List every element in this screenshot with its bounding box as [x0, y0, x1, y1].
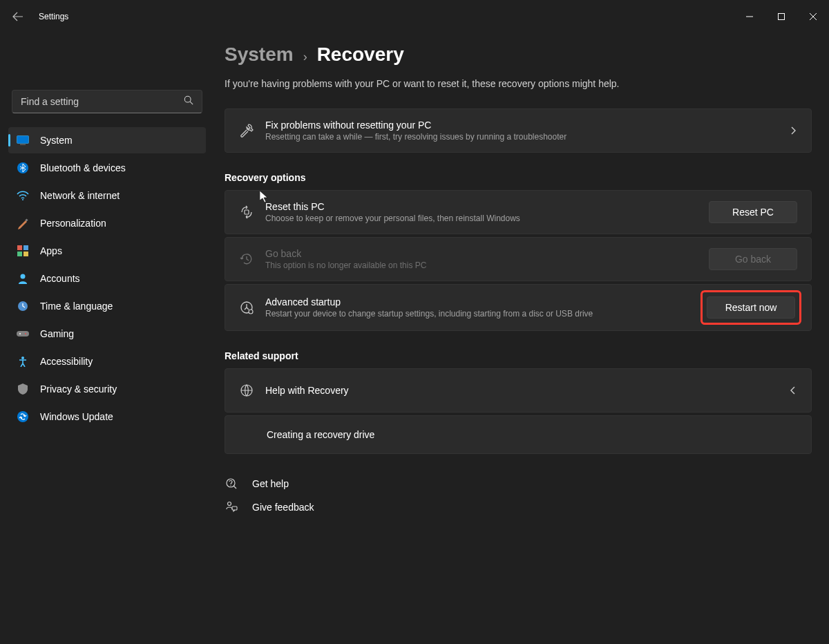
nav-label: Accessibility	[40, 356, 93, 367]
sidebar: System Bluetooth & devices Network & int…	[0, 33, 214, 644]
nav-personalization[interactable]: Personalization	[8, 210, 206, 236]
page-subtitle: If you're having problems with your PC o…	[225, 78, 812, 89]
nav-system[interactable]: System	[8, 127, 206, 153]
svg-point-14	[19, 333, 21, 334]
chevron-up-icon	[789, 386, 797, 395]
svg-rect-7	[17, 245, 22, 250]
nav-accessibility[interactable]: Accessibility	[8, 348, 206, 375]
bluetooth-icon	[17, 162, 29, 174]
accessibility-icon	[17, 355, 29, 368]
privacy-icon	[17, 383, 29, 395]
web-help-icon	[239, 383, 265, 398]
reset-icon	[239, 205, 265, 220]
highlight-annotation: Restart now	[701, 290, 801, 325]
svg-point-5	[22, 199, 23, 200]
nav-label: Network & internet	[40, 190, 120, 201]
nav-list: System Bluetooth & devices Network & int…	[8, 127, 206, 430]
card-desc: This option is no longer available on th…	[265, 261, 709, 270]
search-box[interactable]	[12, 90, 202, 113]
link-label: Give feedback	[252, 502, 314, 513]
svg-point-1	[184, 96, 191, 102]
svg-point-17	[17, 411, 28, 422]
nav-gaming[interactable]: Gaming	[8, 321, 206, 347]
go-back-button: Go back	[709, 248, 797, 270]
nav-bluetooth[interactable]: Bluetooth & devices	[8, 155, 206, 181]
chevron-right-icon	[789, 126, 797, 135]
main-content: System › Recovery If you're having probl…	[214, 33, 829, 644]
svg-point-24	[228, 502, 231, 506]
fix-problems-card[interactable]: Fix problems without resetting your PC R…	[225, 108, 812, 153]
svg-point-11	[21, 274, 26, 279]
personalization-icon	[17, 217, 29, 229]
nav-label: Apps	[40, 245, 62, 256]
nav-update[interactable]: Windows Update	[8, 404, 206, 430]
feedback-link[interactable]: Give feedback	[225, 495, 812, 519]
search-icon	[184, 95, 193, 108]
svg-point-15	[25, 333, 26, 334]
svg-rect-2	[17, 136, 29, 144]
maximize-button[interactable]	[765, 6, 797, 28]
card-desc: Restart your device to change startup se…	[265, 309, 705, 319]
breadcrumb-parent[interactable]: System	[225, 44, 294, 66]
nav-network[interactable]: Network & internet	[8, 182, 206, 209]
card-title: Help with Recovery	[265, 385, 789, 396]
get-help-link[interactable]: Get help	[225, 472, 812, 495]
svg-point-16	[21, 357, 24, 359]
recovery-options-header: Recovery options	[225, 172, 812, 183]
window-controls	[734, 6, 829, 28]
nav-time[interactable]: Time & language	[8, 293, 206, 319]
feedback-icon	[225, 501, 238, 513]
close-icon	[810, 13, 817, 20]
card-desc: Resetting can take a while — first, try …	[265, 132, 789, 142]
system-icon	[17, 134, 29, 146]
link-label: Get help	[252, 478, 289, 489]
titlebar: Settings	[0, 0, 829, 33]
restart-now-button[interactable]: Restart now	[707, 296, 795, 319]
update-icon	[17, 410, 29, 423]
nav-accounts[interactable]: Accounts	[8, 265, 206, 292]
maximize-icon	[778, 13, 785, 20]
card-title: Go back	[265, 248, 709, 259]
advanced-startup-icon	[239, 300, 265, 315]
reset-pc-card: Reset this PC Choose to keep or remove y…	[225, 190, 812, 234]
svg-rect-18	[245, 210, 249, 214]
svg-rect-8	[23, 245, 28, 250]
nav-label: Privacy & security	[40, 383, 117, 395]
svg-rect-10	[23, 252, 28, 256]
nav-privacy[interactable]: Privacy & security	[8, 376, 206, 402]
apps-icon	[17, 245, 29, 257]
nav-apps[interactable]: Apps	[8, 238, 206, 264]
nav-label: Accounts	[40, 273, 80, 284]
card-title: Fix problems without resetting your PC	[265, 120, 789, 131]
nav-label: Personalization	[40, 218, 106, 229]
minimize-icon	[746, 13, 753, 20]
nav-label: Time & language	[40, 301, 113, 312]
svg-point-23	[230, 485, 231, 486]
reset-pc-button[interactable]: Reset PC	[709, 201, 797, 223]
breadcrumb: System › Recovery	[225, 44, 812, 66]
svg-point-20	[249, 310, 253, 314]
recovery-drive-link[interactable]: Creating a recovery drive	[225, 415, 812, 454]
titlebar-left: Settings	[11, 10, 68, 23]
back-arrow-icon	[12, 11, 23, 22]
back-button[interactable]	[11, 10, 25, 23]
advanced-startup-card: Advanced startup Restart your device to …	[225, 284, 812, 331]
card-title: Reset this PC	[265, 201, 709, 212]
go-back-card: Go back This option is no longer availab…	[225, 237, 812, 281]
accounts-icon	[17, 272, 29, 285]
nav-label: Gaming	[40, 328, 74, 339]
svg-rect-0	[779, 14, 785, 20]
nav-label: Windows Update	[40, 411, 113, 422]
svg-rect-3	[20, 144, 26, 146]
app-title: Settings	[39, 12, 68, 21]
wrench-icon	[239, 123, 265, 138]
search-input[interactable]	[21, 96, 184, 107]
card-title: Advanced startup	[265, 296, 705, 307]
breadcrumb-current: Recovery	[317, 44, 404, 66]
history-icon	[239, 252, 265, 267]
close-button[interactable]	[797, 6, 829, 28]
minimize-button[interactable]	[734, 6, 765, 28]
chevron-right-icon: ›	[303, 50, 307, 64]
svg-rect-9	[17, 252, 22, 256]
help-recovery-card[interactable]: Help with Recovery	[225, 368, 812, 413]
